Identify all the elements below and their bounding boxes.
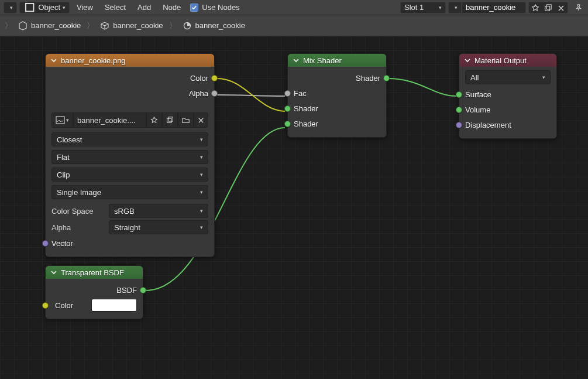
input-fac: Fac (294, 89, 307, 98)
chevron-right-icon: 〉 (87, 21, 94, 31)
node-transparent-bsdf[interactable]: Transparent BSDF BSDF Color (45, 265, 143, 319)
input-volume: Volume (465, 105, 490, 114)
node-header[interactable]: Material Output (459, 54, 556, 67)
checkbox-checked-icon (190, 4, 198, 12)
chevron-down-icon (293, 57, 300, 64)
svg-rect-2 (26, 4, 33, 11)
chevron-down-icon: ▾ (200, 189, 203, 195)
projection-dropdown[interactable]: Flat▾ (51, 150, 208, 164)
svg-rect-4 (545, 6, 550, 11)
socket-displacement-in[interactable] (456, 122, 462, 128)
new-material-button[interactable] (542, 2, 555, 14)
node-image-texture[interactable]: banner_cookie.png Color Alpha ▾ banner_c… (45, 53, 215, 257)
slot-label: Slot 1 (404, 3, 424, 12)
node-title: Material Output (474, 56, 527, 65)
fake-user-button[interactable] (146, 112, 162, 128)
node-header[interactable]: Transparent BSDF (46, 266, 143, 279)
svg-rect-7 (56, 117, 64, 124)
chevron-down-icon (464, 57, 471, 64)
input-vector: Vector (51, 239, 73, 248)
node-title: Mix Shader (303, 56, 342, 65)
socket-color-out[interactable] (211, 75, 218, 81)
output-alpha: Alpha (189, 89, 208, 98)
chevron-down-icon: ▾ (63, 5, 66, 11)
editor-type-dropdown[interactable]: ▾ (4, 2, 17, 13)
pin-button[interactable] (573, 2, 584, 13)
colorspace-label: Color Space (51, 207, 104, 216)
chevron-down-icon: ▾ (455, 5, 458, 11)
socket-shader1-in[interactable] (284, 105, 291, 112)
alpha-mode-dropdown[interactable]: Straight▾ (109, 220, 208, 234)
object-mode-icon (23, 1, 36, 13)
image-browse-dropdown[interactable]: ▾ (51, 112, 73, 128)
use-nodes-label: Use Nodes (202, 3, 239, 12)
chevron-down-icon: ▾ (200, 172, 203, 177)
use-nodes-checkbox[interactable]: Use Nodes (190, 3, 239, 12)
image-icon (56, 116, 65, 124)
material-datablock: ▾ banner_cookie (448, 2, 526, 13)
chevron-down-icon: ▾ (439, 5, 442, 11)
chevron-down-icon: ▾ (200, 154, 203, 160)
interpolation-dropdown[interactable]: Closest▾ (51, 132, 208, 146)
target-dropdown[interactable]: All▾ (465, 70, 551, 84)
extension-dropdown[interactable]: Clip▾ (51, 168, 208, 182)
svg-rect-9 (169, 117, 173, 121)
input-surface: Surface (465, 90, 491, 99)
socket-vector-in[interactable] (42, 240, 49, 247)
output-shader: Shader (356, 74, 380, 83)
socket-shader-out[interactable] (383, 75, 390, 81)
menu-select[interactable]: Select (100, 3, 130, 12)
chevron-down-icon: ▾ (200, 208, 203, 214)
socket-surface-in[interactable] (456, 91, 462, 98)
node-editor-canvas[interactable]: banner_cookie.png Color Alpha ▾ banner_c… (0, 36, 588, 379)
breadcrumb-object[interactable]: banner_cookie (18, 21, 81, 30)
breadcrumb-material[interactable]: banner_cookie (183, 21, 245, 30)
interaction-mode-dropdown[interactable]: Object ▾ (19, 2, 70, 13)
material-browse-dropdown[interactable]: ▾ (448, 2, 462, 13)
color-swatch[interactable] (91, 299, 137, 312)
breadcrumb-label: banner_cookie (31, 21, 81, 30)
node-mix-shader[interactable]: Mix Shader Shader Fac Shader Shader (287, 53, 387, 138)
node-title: Transparent BSDF (61, 268, 124, 277)
material-name-field[interactable]: banner_cookie (462, 2, 526, 13)
menu-view[interactable]: View (72, 3, 98, 12)
node-header[interactable]: banner_cookie.png (46, 54, 214, 67)
material-slot-dropdown[interactable]: Slot 1 ▾ (400, 2, 446, 13)
alpha-mode-label: Alpha (51, 223, 104, 232)
fake-user-button[interactable] (529, 2, 542, 14)
socket-volume-in[interactable] (456, 107, 462, 113)
chevron-down-icon (50, 57, 57, 64)
chevron-down-icon: ▾ (66, 117, 69, 123)
socket-shader2-in[interactable] (284, 121, 291, 127)
chevron-down-icon: ▾ (542, 74, 545, 80)
chevron-down-icon: ▾ (10, 5, 13, 11)
socket-color-in[interactable] (42, 302, 49, 309)
breadcrumb-label: banner_cookie (195, 21, 245, 30)
material-icon (183, 21, 192, 30)
unlink-material-button[interactable] (555, 2, 568, 14)
node-title: banner_cookie.png (61, 56, 126, 65)
input-shader1: Shader (294, 104, 318, 113)
mesh-icon (18, 21, 27, 30)
socket-alpha-out[interactable] (211, 90, 218, 97)
chevron-right-icon: 〉 (169, 21, 177, 31)
open-image-button[interactable] (178, 112, 194, 128)
svg-rect-8 (167, 118, 171, 122)
menu-node[interactable]: Node (158, 3, 185, 12)
path-breadcrumb: 〉 banner_cookie 〉 banner_cookie 〉 banner… (0, 15, 588, 36)
input-color: Color (55, 301, 73, 310)
new-image-button[interactable] (162, 112, 178, 128)
breadcrumb-mesh[interactable]: banner_cookie (100, 21, 163, 30)
material-action-buttons (528, 2, 568, 13)
input-shader2: Shader (294, 119, 318, 128)
source-dropdown[interactable]: Single Image▾ (51, 185, 208, 199)
unlink-image-button[interactable] (194, 112, 208, 128)
image-name-field[interactable]: banner_cookie.... (73, 112, 146, 128)
node-header[interactable]: Mix Shader (288, 54, 386, 67)
socket-fac-in[interactable] (284, 90, 291, 97)
image-datablock-bar: ▾ banner_cookie.... (51, 112, 208, 128)
node-material-output[interactable]: Material Output All▾ Surface Volume Disp… (459, 53, 557, 139)
colorspace-dropdown[interactable]: sRGB▾ (109, 204, 208, 218)
menu-add[interactable]: Add (133, 3, 156, 12)
socket-bsdf-out[interactable] (140, 287, 146, 293)
